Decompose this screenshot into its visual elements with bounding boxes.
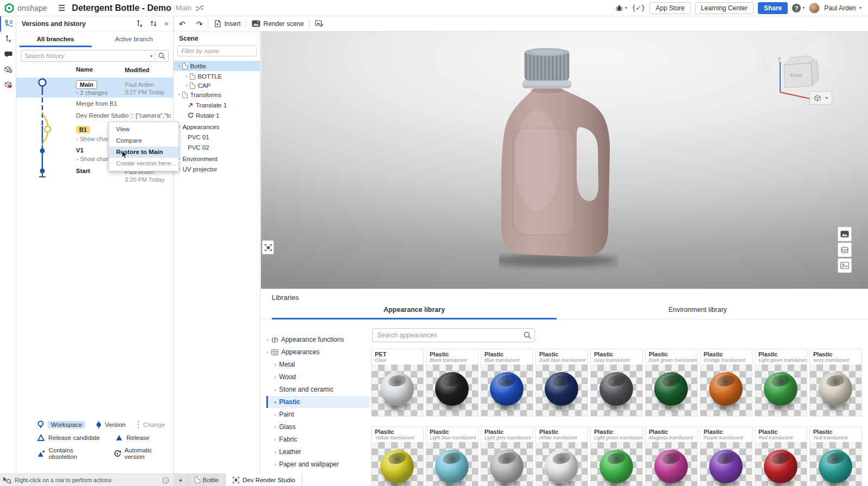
appearance-card[interactable]: Plastic White translucent [535,426,588,486]
lib-tree-leather[interactable]: › Leather [266,446,369,458]
render-viewport[interactable]: Front Z X ▾ [261,31,868,289]
compare-icon[interactable] [150,20,157,28]
appearance-card[interactable]: Plastic Grey translucent [590,349,643,417]
version-icon [96,420,101,429]
appearance-card[interactable]: Plastic Light green translucent [590,426,643,486]
lib-tree-wood[interactable]: › Wood [266,371,369,383]
history-row-main[interactable]: Main › 2 changes Paul Arden3:27 PM Today [16,78,173,98]
main-changes[interactable]: › 2 changes [76,89,107,97]
hamburger-menu-icon[interactable]: ☰ [53,3,71,13]
appearances-panel-button[interactable] [838,242,852,257]
view-options-button[interactable]: ▾ [809,91,832,105]
tab-appearance-library[interactable]: Appearance library [272,306,557,314]
edit-render-button[interactable] [310,16,329,31]
lib-tree-appearance-functions[interactable]: › (ƒ) Appearance functions [266,334,369,346]
appearance-card[interactable]: Plastic Red translucent [755,426,807,486]
scene-item-rotate[interactable]: Rotate 1 [174,110,260,120]
appearance-card[interactable]: Plastic Yellow translucent [371,426,424,486]
share-button[interactable]: Share [758,2,788,14]
history-row-dev[interactable]: Dev Render Studio :: ["camera","to… [16,111,173,123]
card-title: Plastic [700,427,752,435]
appearance-card[interactable]: Plastic Dark green translucent [645,349,698,417]
link-icon[interactable] [196,4,203,12]
lib-tree-stone-ceramic[interactable]: › Stone and ceramic [266,383,369,395]
featurescript-icon[interactable]: {✓} [631,4,645,12]
appearance-search-input[interactable] [373,331,520,339]
lib-tree-glass[interactable]: › Glass [266,421,369,433]
appearance-card[interactable]: Plastic Light blue translucent [426,426,478,486]
render-gallery-button[interactable] [838,227,852,241]
render-image-icon [840,231,849,238]
rotate-left-arrow-icon [773,43,790,55]
rail-branch-button[interactable] [0,31,16,47]
rail-comments-button[interactable] [0,47,16,62]
app-store-button[interactable]: App Store [649,2,690,14]
lib-tree-metal[interactable]: › Metal [266,359,369,370]
learning-center-button[interactable]: Learning Center [695,2,754,14]
search-icon[interactable] [155,52,168,60]
create-branch-icon[interactable] [136,20,143,28]
appearance-card[interactable]: Plastic Orange translucent [700,349,752,417]
appearance-card[interactable]: Plastic Light grey translucent [481,426,533,486]
tab-dev-render-studio[interactable]: Dev Render Studio [226,474,302,486]
appearance-card[interactable]: Plastic Dark blue translucent [535,349,588,417]
scene-item-bottle[interactable]: › Bottle [174,61,260,71]
appearance-card[interactable]: PET Clear [371,349,424,417]
scene-item-pvc01[interactable]: PVC 01 [174,132,260,142]
menu-item-create-version[interactable]: Create version here… [109,158,178,169]
user-menu[interactable]: Paul Arden ▾ [824,4,861,12]
lib-tree-paint[interactable]: › Paint [266,408,369,420]
history-row-merge[interactable]: Merge from B1 [16,99,173,111]
render-studio-handle-button[interactable] [262,240,274,254]
redo-button[interactable]: ↷ [191,16,208,31]
close-panel-icon[interactable]: × [164,20,169,28]
rail-configurations-button[interactable] [0,62,16,77]
report-bug-button[interactable]: ▾ [615,4,627,12]
lib-tree-plastic[interactable]: › Plastic [266,396,369,408]
menu-item-restore-to-main[interactable]: Restore to Main [109,146,178,158]
appearance-card[interactable]: Plastic Blue translucent [481,349,533,417]
onshape-logo[interactable]: onshape [0,3,53,13]
card-subtitle: Light blue translucent [426,435,478,442]
help-menu[interactable]: ? ▾ [792,4,805,12]
appearance-card[interactable]: Plastic Ivory translucent [809,349,862,417]
scene-item-appearances[interactable]: › Appearances [174,122,260,132]
tab-all-branches[interactable]: All branches [16,34,95,47]
appearance-card[interactable]: Plastic Black translucent [426,349,478,417]
search-icon[interactable] [520,330,534,340]
card-title: Plastic [426,427,478,435]
appearance-card[interactable]: Plastic Light green translucent [755,349,807,417]
chevron-down-icon: › [176,65,183,67]
add-tab-button[interactable]: + [174,474,188,486]
menu-item-view[interactable]: View [109,124,178,135]
lib-tree-paper-wallpaper[interactable]: › Paper and wallpaper [266,458,369,470]
column-modified: Modified [125,66,149,74]
appearance-card[interactable]: Plastic Teal translucent [809,426,862,486]
scene-item-environment[interactable]: › Environment [174,154,260,164]
status-help-icon[interactable]: ? [162,477,169,484]
tab-bottle[interactable]: Bottle [188,474,226,486]
rail-material-button[interactable] [0,77,16,92]
lib-tree-appearances[interactable]: › Appearances [266,346,369,358]
scene-item-uv-projector[interactable]: › UV projector [174,164,260,174]
undo-button[interactable]: ↶ [174,16,191,31]
scene-item-transforms[interactable]: › Transforms [174,89,260,100]
render-scene-button[interactable]: Render scene [246,16,309,31]
view-cube-front-label: Front [790,73,802,78]
search-options-caret-icon[interactable]: ▾ [150,54,152,59]
scene-item-translate[interactable]: Translate 1 [174,100,260,110]
appearance-card[interactable]: Plastic Magenta translucent [645,426,698,486]
history-search-input[interactable] [21,53,148,59]
scene-filter-input[interactable] [177,46,257,56]
lib-tree-fabric[interactable]: › Fabric [266,433,369,445]
appearance-card[interactable]: Plastic Purple translucent [700,426,752,486]
menu-item-compare[interactable]: Compare [109,135,178,146]
rail-versions-button[interactable] [0,16,16,31]
card-title: Plastic [700,349,752,357]
tab-active-branch[interactable]: Active branch [95,34,174,47]
tab-environment-library[interactable]: Environment library [557,306,839,314]
avatar[interactable] [809,3,820,14]
scene-item-pvc02[interactable]: PVC 02 [174,142,260,152]
insert-button[interactable]: Insert [208,16,246,31]
environment-panel-button[interactable] [838,258,852,273]
